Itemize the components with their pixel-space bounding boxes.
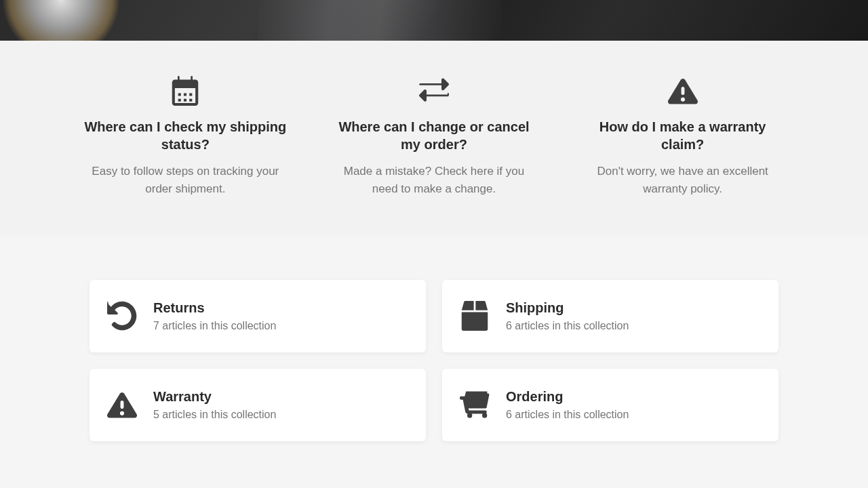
featured-desc: Made a mistake? Check here if you need t…	[330, 163, 538, 199]
featured-desc: Easy to follow steps on tracking your or…	[81, 163, 290, 199]
collection-card-ordering[interactable]: Ordering 6 articles in this collection	[442, 369, 778, 441]
collection-title: Returns	[153, 300, 276, 316]
featured-questions: Where can I check my shipping status? Ea…	[0, 41, 868, 237]
collections-section: Returns 7 articles in this collection Sh…	[0, 237, 868, 468]
collection-card-warranty[interactable]: Warranty 5 articles in this collection	[90, 369, 426, 441]
featured-warranty-claim[interactable]: How do I make a warranty claim? Don't wo…	[578, 76, 787, 199]
undo-icon	[107, 301, 137, 331]
featured-title: Where can I check my shipping status?	[81, 118, 290, 153]
warning-triangle-icon	[107, 390, 137, 420]
warning-triangle-icon	[668, 76, 698, 106]
collection-meta: 5 articles in this collection	[153, 409, 276, 421]
collection-meta: 6 articles in this collection	[506, 409, 629, 421]
collection-title: Warranty	[153, 389, 276, 405]
collection-meta: 6 articles in this collection	[506, 320, 629, 332]
featured-desc: Don't worry, we have an excellent warran…	[578, 163, 787, 199]
collection-card-shipping[interactable]: Shipping 6 articles in this collection	[442, 280, 778, 352]
calendar-icon	[170, 76, 200, 106]
shopping-cart-icon	[460, 390, 490, 420]
box-icon	[460, 301, 490, 331]
featured-shipping-status[interactable]: Where can I check my shipping status? Ea…	[81, 76, 290, 199]
collection-title: Ordering	[506, 389, 629, 405]
collection-meta: 7 articles in this collection	[153, 320, 276, 332]
collection-card-returns[interactable]: Returns 7 articles in this collection	[90, 280, 426, 352]
exchange-icon	[419, 76, 449, 106]
featured-change-order[interactable]: Where can I change or cancel my order? M…	[330, 76, 538, 199]
collection-title: Shipping	[506, 300, 629, 316]
featured-title: Where can I change or cancel my order?	[330, 118, 538, 153]
hero-banner	[0, 0, 868, 41]
featured-title: How do I make a warranty claim?	[578, 118, 787, 153]
